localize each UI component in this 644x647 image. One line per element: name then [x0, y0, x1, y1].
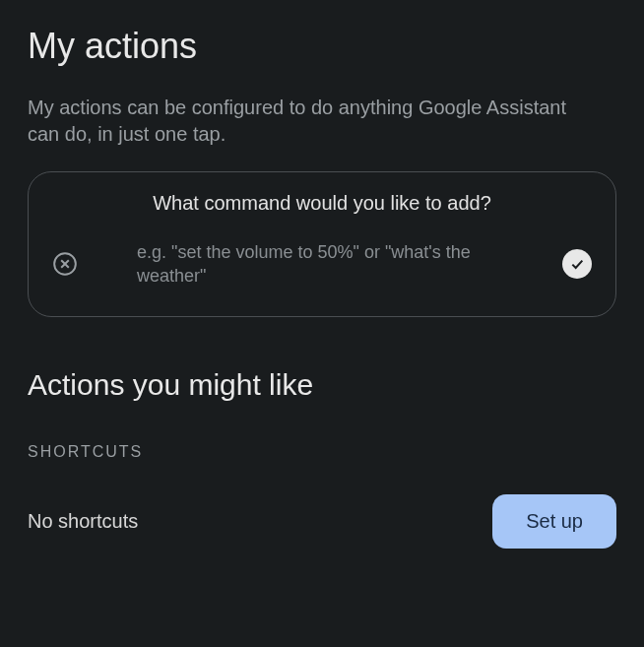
confirm-icon[interactable]	[562, 249, 592, 279]
shortcuts-label: SHORTCUTS	[28, 443, 616, 461]
command-input-row: e.g. "set the volume to 50%" or "what's …	[52, 240, 592, 289]
suggestions-title: Actions you might like	[28, 368, 616, 402]
page-title: My actions	[28, 26, 616, 67]
command-placeholder: e.g. "set the volume to 50%" or "what's …	[137, 240, 511, 289]
page-description: My actions can be configured to do anyth…	[28, 95, 579, 148]
shortcuts-empty-text: No shortcuts	[28, 510, 138, 533]
close-icon[interactable]	[52, 251, 78, 277]
add-command-card: What command would you like to add? e.g.…	[28, 171, 616, 317]
command-input[interactable]: e.g. "set the volume to 50%" or "what's …	[97, 240, 543, 289]
shortcuts-row: No shortcuts Set up	[28, 494, 616, 549]
command-prompt: What command would you like to add?	[52, 192, 592, 215]
setup-button[interactable]: Set up	[492, 494, 616, 549]
